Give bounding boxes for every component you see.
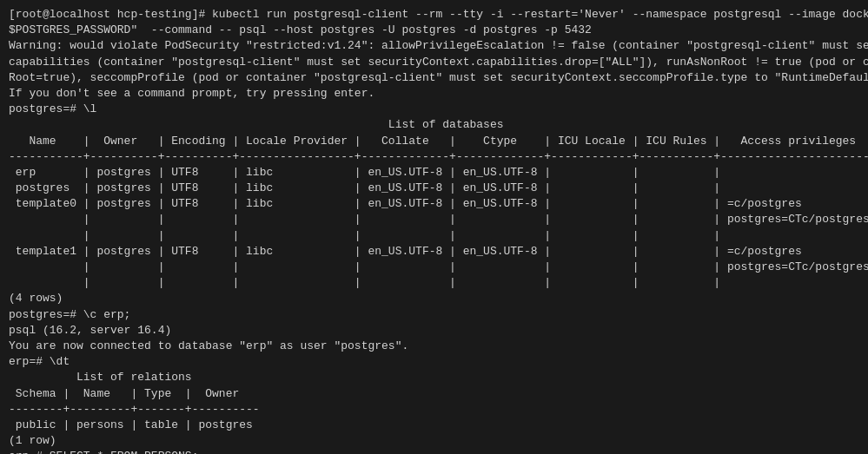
terminal-line-db-title: List of databases [9, 117, 859, 133]
terminal-line-prompt3: erp=# \dt [9, 354, 859, 370]
terminal-window[interactable]: [root@localhost hcp-testing]# kubectl ru… [0, 0, 868, 454]
terminal-content: [root@localhost hcp-testing]# kubectl ru… [9, 7, 859, 454]
terminal-line-rel-row1: public | persons | table | postgres [9, 418, 859, 433]
terminal-line-rel-header: Schema | Name | Type | Owner [9, 386, 859, 402]
terminal-line-warn1: Warning: would violate PodSecurity "rest… [9, 38, 859, 54]
terminal-line-rows2: (1 row) [9, 433, 859, 449]
terminal-line-db-header: Name | Owner | Encoding | Locale Provide… [9, 134, 859, 149]
terminal-line-psql-ver: psql (16.2, server 16.4) [9, 323, 859, 339]
terminal-line-db-row4a: template1 | postgres | UTF8 | libc | en_… [9, 244, 859, 260]
terminal-line-warn2: capabilities (container "postgresql-clie… [9, 55, 859, 70]
terminal-line-blank2: | | | | | | | | [9, 228, 859, 244]
terminal-line-rows1: (4 rows) [9, 291, 859, 306]
terminal-line-prompt1: postgres=# \l [9, 102, 859, 117]
terminal-line-prompt4: erp=# SELECT * FROM PERSONS; [9, 449, 859, 454]
terminal-line-db-row4b: | | | | | | | | postgres=CTc/postgres [9, 260, 859, 275]
terminal-line-blank3: | | | | | | | | [9, 275, 859, 291]
terminal-line-connected: You are now connected to database "erp" … [9, 339, 859, 354]
terminal-line-db-row1: erp | postgres | UTF8 | libc | en_US.UTF… [9, 165, 859, 181]
terminal-line-rel-title: List of relations [9, 370, 859, 385]
terminal-line-db-sep: -----------+----------+----------+------… [9, 149, 859, 165]
terminal-line-db-row3a: template0 | postgres | UTF8 | libc | en_… [9, 196, 859, 212]
terminal-line-db-row2: postgres | postgres | UTF8 | libc | en_U… [9, 181, 859, 196]
terminal-line-db-row3b: | | | | | | | | postgres=CTc/postgres [9, 212, 859, 227]
terminal-line-cmd1: [root@localhost hcp-testing]# kubectl ru… [9, 7, 859, 23]
terminal-line-rel-sep: --------+---------+-------+---------- [9, 402, 859, 418]
terminal-line-cmd2: $POSTGRES_PASSWORD" --command -- psql --… [9, 23, 859, 38]
terminal-line-info1: If you don't see a command prompt, try p… [9, 86, 859, 102]
terminal-line-warn3: Root=true), seccompProfile (pod or conta… [9, 70, 859, 86]
terminal-line-prompt2: postgres=# \c erp; [9, 307, 859, 323]
